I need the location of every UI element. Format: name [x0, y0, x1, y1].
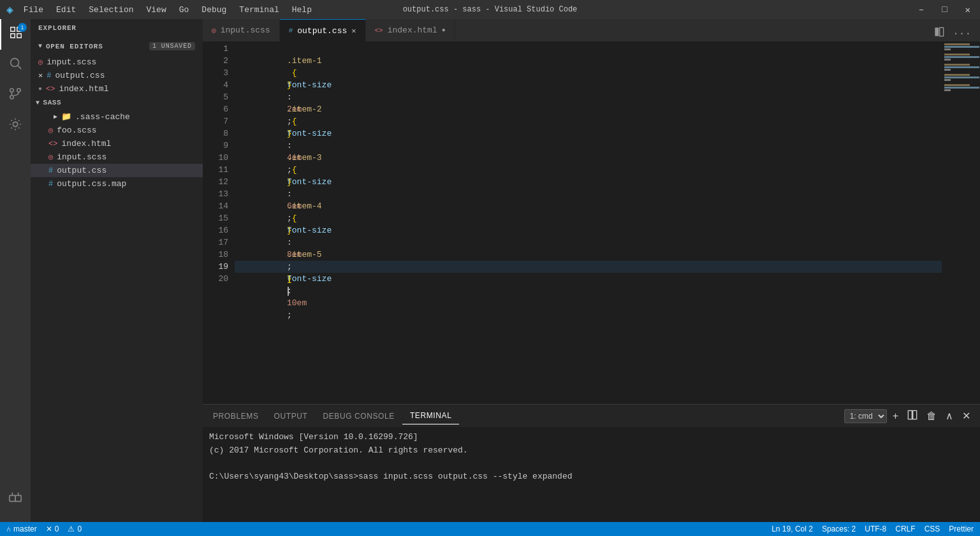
output-css-map-label: output.css.map [57, 179, 126, 189]
code-line-3: } [235, 67, 942, 79]
line-12: 12 [203, 176, 228, 188]
menu-edit[interactable]: Edit [50, 3, 82, 17]
tab-input-scss[interactable]: ◎ input.scss [203, 19, 280, 41]
line-1: 1 [203, 43, 228, 55]
foo-scss-label: foo.scss [57, 126, 96, 135]
open-editor-output-css-label: output.css [55, 71, 105, 80]
terminal-selector[interactable]: 1: cmd [844, 409, 887, 423]
status-cursor[interactable]: Ln 19, Col 2 [772, 525, 813, 533]
code-line-20 [235, 273, 942, 285]
menu-view[interactable]: View [140, 3, 173, 17]
activity-debug[interactable] [0, 111, 31, 141]
line-16: 16 [203, 224, 228, 236]
svg-line-5 [18, 66, 21, 69]
menu-help[interactable]: Help [286, 3, 318, 17]
open-editors-header[interactable]: ▼ OPEN EDITORS 1 UNSAVED [31, 37, 203, 55]
minimap-line [944, 84, 970, 86]
svg-point-8 [10, 95, 14, 99]
status-language[interactable]: CSS [925, 525, 940, 533]
close-modified-icon[interactable]: ✕ [38, 71, 43, 80]
close-button[interactable]: ✕ [962, 3, 974, 17]
output-css-map[interactable]: # output.css.map [31, 177, 203, 191]
minimap-lines [942, 41, 980, 96]
index-html[interactable]: <> index.html [31, 137, 203, 150]
panel-tab-terminal[interactable]: TERMINAL [402, 407, 459, 424]
maximize-button[interactable]: □ [939, 3, 950, 16]
close-panel-button[interactable]: ✕ [959, 409, 974, 423]
menu-selection[interactable]: Selection [82, 3, 140, 17]
activity-search[interactable] [0, 50, 31, 80]
window-controls: – □ ✕ [916, 3, 974, 17]
input-scss[interactable]: ◎ input.scss [31, 150, 203, 164]
minimize-button[interactable]: – [916, 3, 927, 16]
open-editors-tree: ◎ input.scss ✕ ✕ # output.css ✕ ● <> ind… [31, 55, 203, 522]
indent-6 [287, 117, 307, 126]
more-actions-button[interactable]: ··· [950, 27, 974, 41]
tab-index-html[interactable]: <> index.html ● [366, 19, 455, 41]
tab-output-css[interactable]: # output.css ✕ [280, 19, 366, 41]
status-branch[interactable]: ⑃ master [6, 525, 37, 533]
sass-cache-folder[interactable]: ▶ 📁 .sass-cache [31, 110, 203, 124]
maximize-panel-button[interactable]: ∧ [942, 409, 956, 423]
menu-file[interactable]: File [17, 3, 50, 17]
status-errors[interactable]: ✕ 0 [46, 525, 59, 533]
code-line-4 [235, 79, 942, 91]
tab-bar: ◎ input.scss # output.css ✕ <> index.htm… [203, 19, 980, 41]
menu-go[interactable]: Go [173, 3, 196, 17]
status-encoding[interactable]: UTF-8 [865, 525, 886, 533]
open-editor-input-scss[interactable]: ◎ input.scss ✕ [31, 55, 203, 69]
minimap-line [944, 59, 951, 61]
menu-debug[interactable]: Debug [195, 3, 233, 17]
indent-2 [287, 68, 307, 78]
panel-tab-problems[interactable]: PROBLEMS [205, 408, 267, 424]
code-line-2: font-size : 2em ; [235, 55, 942, 67]
colon-10: : [287, 189, 297, 199]
css-icon: # [48, 180, 53, 189]
open-editor-output-css[interactable]: ✕ # output.css ✕ [31, 69, 203, 82]
svg-point-6 [10, 88, 14, 92]
terminal-body[interactable]: Microsoft Windows [Version 10.0.16299.72… [203, 427, 980, 522]
tab-index-html-label: index.html [388, 25, 437, 35]
status-spaces[interactable]: Spaces: 2 [822, 525, 856, 533]
indent-18 [287, 262, 307, 272]
dot-modified-icon: ● [38, 85, 42, 92]
minimap-line [944, 54, 970, 55]
activity-extensions[interactable] [0, 485, 31, 516]
line-7: 7 [203, 115, 228, 127]
val-18: 10em [287, 298, 307, 308]
code-editor[interactable]: .item-1 { font-size : 2em ; } [235, 41, 942, 404]
tab-dot-modified: ● [442, 27, 446, 34]
editor-body: 1 2 3 4 5 6 7 8 9 10 11 12 13 14 15 16 1… [203, 41, 980, 404]
scss-icon: ◎ [48, 126, 53, 135]
code-line-13: .item-4 { [235, 188, 942, 200]
open-editor-index-html[interactable]: ● <> index.html ✕ [31, 82, 203, 96]
search-icon [8, 56, 22, 75]
index-html-label: index.html [61, 139, 111, 148]
activity-source-control[interactable] [0, 80, 31, 111]
panel-tab-debug-console[interactable]: DEBUG CONSOLE [315, 408, 402, 424]
svg-point-4 [11, 58, 19, 66]
status-formatter[interactable]: Prettier [949, 525, 974, 533]
sass-cache-label: .sass-cache [75, 112, 130, 122]
panel-tab-output[interactable]: OUTPUT [267, 408, 316, 424]
status-warnings[interactable]: ⚠ 0 [68, 525, 82, 533]
activity-explorer[interactable]: 1 [0, 19, 31, 50]
tab-close-icon[interactable]: ✕ [351, 26, 356, 36]
split-terminal-button[interactable] [904, 409, 921, 424]
explorer-badge: 1 [18, 23, 27, 32]
minimap-line [944, 76, 979, 78]
menu-terminal[interactable]: Terminal [233, 3, 285, 17]
svg-rect-16 [940, 27, 944, 36]
prop-18: font-size [287, 274, 332, 284]
output-css[interactable]: # output.css [31, 164, 203, 177]
html-icon: <> [48, 140, 57, 148]
delete-terminal-button[interactable]: 🗑 [923, 409, 940, 423]
add-terminal-button[interactable]: + [889, 409, 902, 423]
line-6: 6 [203, 103, 228, 115]
split-editor-button[interactable] [932, 25, 947, 41]
status-eol[interactable]: CRLF [895, 525, 915, 533]
foo-scss[interactable]: ◎ foo.scss [31, 124, 203, 137]
error-count: 0 [55, 525, 59, 533]
debug-icon [8, 117, 22, 136]
sass-section-header[interactable]: ▼ SASS [31, 96, 203, 110]
